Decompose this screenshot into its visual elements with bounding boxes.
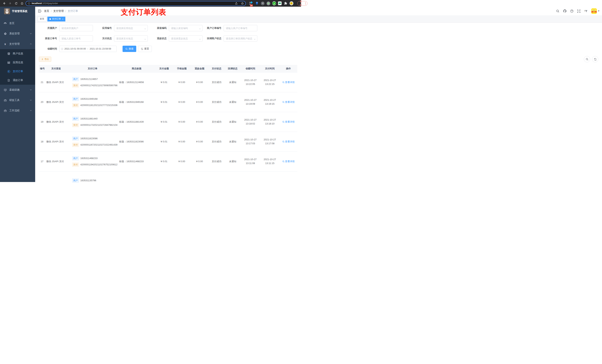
search-icon — [125, 48, 128, 50]
channel-code-select[interactable] — [169, 25, 203, 31]
cell-refund: ¥ 0.00 — [191, 92, 208, 112]
view-detail-link[interactable]: 查看详情 — [282, 120, 295, 124]
date-end: 2021-10-31 23:59:59 — [90, 48, 111, 50]
filter-label: 应用编号 — [93, 26, 114, 30]
merchant-order-no: 1635311881440 — [80, 117, 97, 120]
cell-notify: 未通知 — [225, 112, 241, 132]
orders-table: 编号 支付渠道 支付订单 商品标题 支付金额 手续金额 退款金额 支付状态 — [39, 65, 297, 182]
sidebar-item-infra[interactable]: 基础设施 — [0, 85, 35, 95]
cell-order: 商户 1635311468233 支付 42000011942021102767… — [67, 151, 118, 171]
cell-channel: 微信 JSAPI 支付 — [45, 92, 67, 112]
breadcrumb-home[interactable]: 首页 — [44, 10, 49, 13]
browser-toolbar: localhost:1024/pay/order 10 ⌘ y — [0, 0, 301, 7]
sidebar-item-workflow[interactable]: 工作流程 — [0, 105, 35, 116]
view-detail-link[interactable]: 查看详情 — [282, 140, 295, 143]
merchant-tag: 商户 — [72, 156, 79, 160]
ext-dot-icon[interactable] — [267, 1, 270, 5]
search-button[interactable]: 搜索 — [123, 46, 136, 52]
cell-channel: 微信 JSAPI 支付 — [45, 72, 67, 92]
cell-action: 查看详情 — [280, 72, 297, 92]
tab-pay-order[interactable]: 支付订单 × — [47, 17, 65, 21]
sidebar-item-payment[interactable]: ¥ 支付管理 — [0, 39, 35, 49]
sidebar-item-app-info[interactable]: 应用信息 — [0, 58, 35, 67]
tab-home[interactable]: 首页 — [38, 17, 46, 21]
sidebar-item-pay-order[interactable]: ¥ 支付订单 — [0, 67, 35, 76]
bookmark-star-icon[interactable] — [240, 1, 245, 6]
browser-reload-button[interactable] — [14, 1, 19, 6]
create-time-range-picker[interactable]: 2021-10-01 00:00:00 - 2021-10-31 23:59:5… — [59, 46, 117, 52]
sidebar-item-merchant-info[interactable]: 商户信息 — [0, 49, 35, 58]
export-button[interactable]: 导出 — [39, 57, 51, 62]
reset-button[interactable]: 重置 — [138, 46, 152, 52]
merchant-order-no: 163531135796 — [80, 179, 96, 182]
column-header: 操作 — [280, 65, 297, 72]
cell-paid: 2021-10-2713:17:08 — [260, 132, 280, 151]
sidebar-collapse-icon[interactable] — [38, 9, 42, 13]
column-header: 支付订单 — [67, 65, 118, 72]
ext-chat-icon[interactable] — [278, 1, 281, 5]
cell-title: 标题：1635312124656 — [118, 72, 155, 92]
yen-circle-icon: ¥ — [7, 70, 10, 73]
merchant-order-no-input[interactable] — [224, 25, 257, 31]
cell-amount: ¥ 0.01 — [155, 92, 173, 112]
breadcrumb-payment[interactable]: 支付管理 — [53, 10, 64, 13]
app-logo-row[interactable]: 芋道管理系统 — [0, 7, 35, 16]
merchant-order-no: 1635311468233 — [80, 157, 97, 160]
cell-status: 支付成功 — [208, 92, 225, 112]
column-header: 手续金额 — [173, 65, 191, 72]
sidebar-item-system[interactable]: 系统管理 — [0, 29, 35, 39]
column-header: 商品标题 — [118, 65, 155, 72]
table-body: 21 微信 JSAPI 支付 商户 1635312124657 支付 42000… — [39, 72, 297, 171]
browser-update-button[interactable]: 更新 — [297, 1, 301, 6]
ext-command-icon[interactable]: ⌘ — [261, 1, 265, 5]
refund-status-select[interactable] — [169, 35, 203, 42]
app-logo — [4, 8, 10, 14]
column-header: 回调状态 — [225, 65, 241, 72]
address-bar[interactable]: localhost:1024/pay/order — [26, 1, 246, 6]
cell-title: 标题：1635311468233 — [118, 151, 155, 171]
sidebar-item-dev-tools[interactable]: 研发工具 — [0, 95, 35, 105]
ext-emoji-icon[interactable] — [290, 1, 293, 5]
filter-label: 支付状态 — [93, 37, 114, 40]
view-detail-link[interactable]: 查看详情 — [282, 160, 295, 163]
view-detail-link[interactable]: 查看详情 — [282, 81, 295, 84]
ext-y-icon[interactable]: y — [272, 1, 276, 5]
sidebar-item-home[interactable]: 首页 — [0, 18, 35, 29]
chevron-down-icon — [254, 38, 256, 41]
pay-status-select[interactable] — [114, 35, 148, 42]
cell-action: 查看详情 — [280, 132, 297, 151]
browser-home-button[interactable] — [20, 1, 24, 6]
extensions-puzzle-icon[interactable] — [284, 1, 288, 5]
pay-order-no: 4200001194202110276752100612 — [80, 163, 118, 166]
url-text: localhost:1024/pay/order — [32, 2, 58, 5]
magnifier-icon — [282, 101, 285, 103]
ext-gem-icon[interactable] — [255, 1, 259, 5]
notify-status-select[interactable] — [224, 35, 257, 42]
filter-label: 商户订单编号 — [203, 26, 224, 30]
merchant-order-no: 1635311949168 — [80, 97, 97, 100]
cell-id: 21 — [39, 72, 45, 92]
channel-order-no-input[interactable] — [59, 35, 93, 42]
share-icon[interactable] — [234, 1, 239, 6]
cell-id: 19 — [39, 112, 45, 132]
browser-forward-button[interactable] — [8, 1, 13, 6]
sidebar-item-refund-order[interactable]: 退款订单 — [0, 76, 35, 85]
browser-back-button[interactable] — [2, 1, 7, 6]
merchant-order-no: 1635312124657 — [80, 78, 98, 81]
ext-diamond-icon[interactable]: 10 — [249, 1, 253, 5]
sidebar-item-label: 应用信息 — [13, 61, 23, 64]
site-info-icon[interactable] — [28, 2, 30, 5]
cell-created: 2021-10-2713:11:08 — [241, 151, 260, 171]
view-detail-link[interactable]: 查看详情 — [282, 100, 295, 104]
monitor-chart-icon — [4, 88, 7, 91]
column-header: 创建时间 — [241, 65, 260, 72]
main-area: 首页 / 支付管理 / 支付订单 支付订单列表 TT — [35, 7, 301, 182]
column-header: 退款金额 — [191, 65, 208, 72]
merchant-select[interactable] — [59, 25, 93, 31]
app-select[interactable] — [114, 25, 148, 31]
chevron-down-icon — [199, 38, 201, 41]
page-content: 所属商户 应用编号 渠道编码 商户订单编号 渠道订单号 — [35, 23, 301, 182]
gear-icon — [4, 32, 7, 35]
close-tab-icon[interactable]: × — [62, 18, 63, 20]
chevron-down-icon — [30, 109, 32, 112]
